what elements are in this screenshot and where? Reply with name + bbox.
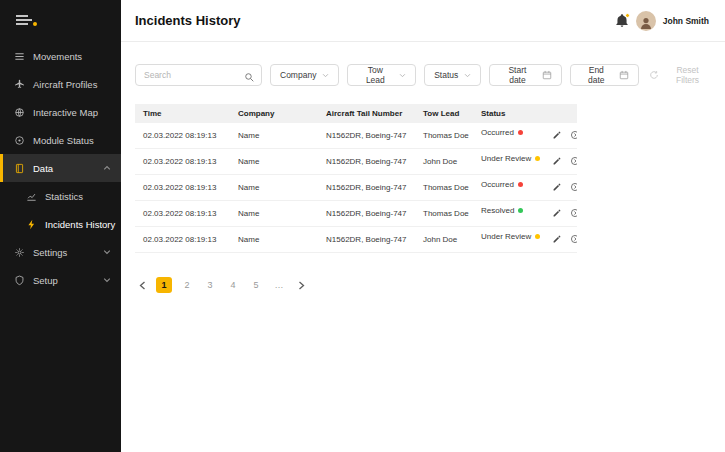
cell-tow-lead: Thomas Doe <box>415 123 473 149</box>
sidebar-item-label: Data <box>33 163 53 174</box>
pagination-page-1[interactable]: 1 <box>156 277 172 293</box>
search-icon <box>244 69 255 80</box>
cell-tow-lead: Thomas Doe <box>415 175 473 201</box>
cell-time: 02.03.2022 08:19:13 <box>135 227 230 253</box>
start-date-label: Start date <box>499 65 535 85</box>
sidebar-item-incidents-history[interactable]: Incidents History <box>0 210 121 238</box>
chevron-down-icon <box>399 73 406 78</box>
table-row[interactable]: 02.03.2022 08:19:13 Name N1562DR, Boeing… <box>135 201 577 227</box>
details-button[interactable] <box>567 128 577 143</box>
search-field <box>135 64 262 86</box>
sidebar-item-label: Settings <box>33 247 67 258</box>
cell-actions <box>541 123 577 149</box>
edit-button[interactable] <box>549 232 565 247</box>
search-input[interactable] <box>135 64 262 86</box>
sidebar: Movements Aircraft Profiles Interactive … <box>0 0 121 452</box>
pagination-ellipsis[interactable]: … <box>271 277 287 293</box>
user-name: John Smith <box>663 16 709 26</box>
cell-company: Name <box>230 227 318 253</box>
status-dot <box>535 234 540 239</box>
sidebar-item-module-status[interactable]: Module Status <box>0 126 121 154</box>
sidebar-item-movements[interactable]: Movements <box>0 42 121 70</box>
sidebar-item-aircraft-profiles[interactable]: Aircraft Profiles <box>0 70 121 98</box>
details-button[interactable] <box>567 206 577 221</box>
pencil-icon <box>552 182 562 192</box>
arrow-circle-icon <box>570 182 577 192</box>
notification-bell-icon[interactable] <box>615 14 629 28</box>
details-button[interactable] <box>567 232 577 247</box>
table-row[interactable]: 02.03.2022 08:19:13 Name N1562DR, Boeing… <box>135 123 577 149</box>
cell-tail-number: N1562DR, Boeing-747 <box>318 123 415 149</box>
status-dot <box>518 182 523 187</box>
edit-button[interactable] <box>549 206 565 221</box>
chevron-down-icon <box>464 73 471 78</box>
pagination-page-5[interactable]: 5 <box>248 277 264 293</box>
sidebar-item-label: Incidents History <box>45 219 115 230</box>
pencil-icon <box>552 130 562 140</box>
pagination-page-4[interactable]: 4 <box>225 277 241 293</box>
company-filter-label: Company <box>280 70 316 80</box>
filter-bar: Company Tow Lead Status Start date End d <box>135 64 711 86</box>
status-label: Occurred <box>481 128 514 137</box>
module-status-icon <box>14 135 25 146</box>
chart-icon <box>26 191 37 202</box>
status-label: Resolved <box>481 206 514 215</box>
tow-lead-filter-dropdown[interactable]: Tow Lead <box>347 64 416 86</box>
sidebar-item-statistics[interactable]: Statistics <box>0 182 121 210</box>
sidebar-item-label: Movements <box>33 51 82 62</box>
content: Company Tow Lead Status Start date End d <box>121 42 725 293</box>
sidebar-item-label: Interactive Map <box>33 107 98 118</box>
start-date-picker[interactable]: Start date <box>489 64 561 86</box>
details-button[interactable] <box>567 180 577 195</box>
sidebar-item-settings[interactable]: Settings <box>0 238 121 266</box>
company-filter-dropdown[interactable]: Company <box>270 64 339 86</box>
sidebar-item-label: Aircraft Profiles <box>33 79 97 90</box>
menu-icon <box>14 51 25 62</box>
status-filter-dropdown[interactable]: Status <box>424 64 481 86</box>
details-button[interactable] <box>567 154 577 169</box>
top-bar: Incidents History John Smith <box>121 0 725 42</box>
column-header-time: Time <box>135 104 230 123</box>
sidebar-item-setup[interactable]: Setup <box>0 266 121 294</box>
edit-button[interactable] <box>549 180 565 195</box>
edit-button[interactable] <box>549 154 565 169</box>
table-row[interactable]: 02.03.2022 08:19:13 Name N1562DR, Boeing… <box>135 227 577 253</box>
pagination-page-3[interactable]: 3 <box>202 277 218 293</box>
reset-filters-button[interactable]: Reset Filters <box>649 65 711 85</box>
end-date-picker[interactable]: End date <box>570 64 639 86</box>
column-header-status: Status <box>473 104 541 123</box>
reset-icon <box>649 70 659 80</box>
table-header-row: Time Company Aircraft Tail Number Tow Le… <box>135 104 577 123</box>
table-row[interactable]: 02.03.2022 08:19:13 Name N1562DR, Boeing… <box>135 175 577 201</box>
cell-actions <box>541 149 577 175</box>
sidebar-item-label: Statistics <box>45 191 83 202</box>
main-area: Incidents History John Smith <box>121 0 725 452</box>
cell-actions <box>541 227 577 253</box>
edit-button[interactable] <box>549 128 565 143</box>
arrow-circle-icon <box>570 234 577 244</box>
sidebar-item-label: Module Status <box>33 135 94 146</box>
pagination-next-button[interactable] <box>294 278 308 292</box>
pencil-icon <box>552 156 562 166</box>
cell-tow-lead: Thomas Doe <box>415 201 473 227</box>
plane-icon <box>14 79 25 90</box>
sidebar-item-interactive-map[interactable]: Interactive Map <box>0 98 121 126</box>
status-label: Occurred <box>481 180 514 189</box>
sidebar-item-data[interactable]: Data <box>0 154 121 182</box>
chevron-right-icon <box>298 281 305 290</box>
arrow-circle-icon <box>570 156 577 166</box>
chevron-down-icon <box>103 249 111 255</box>
cell-actions <box>541 175 577 201</box>
avatar[interactable] <box>636 11 656 31</box>
pagination-page-2[interactable]: 2 <box>179 277 195 293</box>
arrow-circle-icon <box>570 130 577 140</box>
status-label: Under Review <box>481 154 531 163</box>
cell-tail-number: N1562DR, Boeing-747 <box>318 201 415 227</box>
pagination-prev-button[interactable] <box>135 278 149 292</box>
tow-lead-filter-label: Tow Lead <box>357 65 393 85</box>
cell-time: 02.03.2022 08:19:13 <box>135 175 230 201</box>
cell-status: Under Review <box>473 149 541 168</box>
cell-time: 02.03.2022 08:19:13 <box>135 123 230 149</box>
table-row[interactable]: 02.03.2022 08:19:13 Name N1562DR, Boeing… <box>135 149 577 175</box>
cell-tow-lead: John Doe <box>415 227 473 253</box>
